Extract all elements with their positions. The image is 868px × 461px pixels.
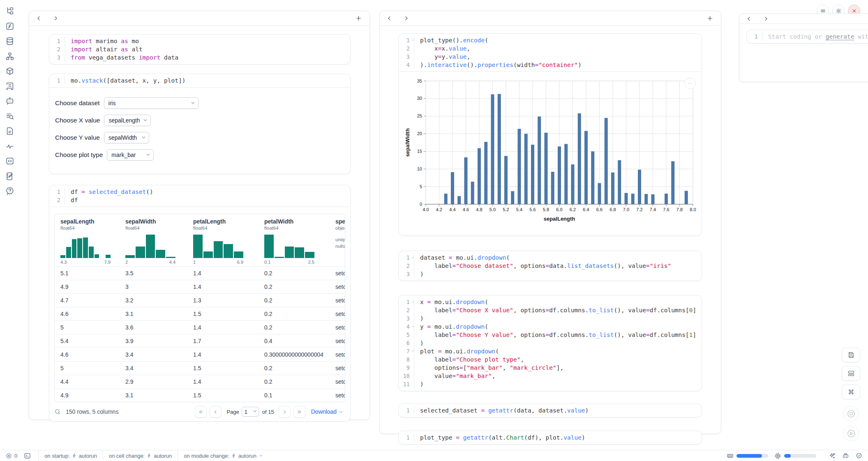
sidebar-file-tree-icon[interactable] <box>5 7 14 16</box>
sidebar-database-icon[interactable] <box>5 37 14 46</box>
code-editor[interactable]: 1⌄dataset = mo.ui.dropdown(2 label="Choo… <box>399 251 702 281</box>
notebook-cell: 1mo.vstack([dataset, x, y, plot])Choose … <box>49 74 351 174</box>
sidebar-activity-icon[interactable] <box>5 142 14 151</box>
svg-text:7.2: 7.2 <box>636 207 642 212</box>
bar <box>644 194 648 204</box>
chart-menu-button[interactable] <box>684 78 696 89</box>
layout-button[interactable] <box>842 366 860 381</box>
bar <box>531 145 534 204</box>
table-cell: 3.1 <box>120 307 187 320</box>
add-cell-button[interactable] <box>355 15 362 22</box>
sidebar-chat-bot-icon[interactable] <box>5 97 14 106</box>
code-line: from vega_datasets import data <box>65 53 350 62</box>
page-total: of 15 <box>262 409 274 415</box>
table-cell: setosa <box>330 307 345 320</box>
notebook-column-middle: 1⌄plot_type().encode(2 x=x.value,3 y=y.v… <box>379 11 721 434</box>
run-config-3[interactable]: on module change:autorun <box>184 453 263 459</box>
fold-chevron-icon[interactable]: ⌄ <box>412 324 414 327</box>
copilot-icon[interactable] <box>842 452 849 459</box>
sidebar-function-square-icon[interactable] <box>5 22 14 31</box>
status-bar: 0 on startup:autorunon cell change:autor… <box>0 450 868 461</box>
choose-y-value-select[interactable]: sepalWidth <box>104 132 149 143</box>
sidebar-package-icon[interactable] <box>5 67 14 76</box>
sidebar-notebook-pen-icon[interactable] <box>5 172 14 181</box>
notebook-column-right: 1 Start coding or generate with AI <box>739 14 868 82</box>
dropdown-row: Choose X valuesepalLength <box>55 115 344 126</box>
choose-x-value-select[interactable]: sepalLength <box>104 115 151 126</box>
dropdown-label: Choose plot type <box>55 151 103 159</box>
bar-chart[interactable]: 4.04.24.44.64.85.05.25.45.65.86.06.26.46… <box>403 74 698 230</box>
code-editor[interactable]: 1plot_type = getattr(alt.Chart(df), plot… <box>399 431 702 444</box>
bar <box>524 134 528 204</box>
sparkles-icon[interactable] <box>829 452 836 459</box>
svg-text:35: 35 <box>417 78 422 83</box>
search-icon[interactable] <box>54 408 61 415</box>
fold-chevron-icon[interactable]: ⌄ <box>412 37 414 41</box>
run-config-1[interactable]: on startup:autorun <box>44 453 97 459</box>
fold-chevron-icon[interactable]: ⌄ <box>412 255 414 258</box>
first-page-button[interactable] <box>195 406 207 418</box>
sidebar-code-block-icon[interactable] <box>5 157 14 166</box>
column-range: 0.12.5 <box>264 260 314 265</box>
stop-button[interactable] <box>843 406 859 422</box>
range-min: 4.3 <box>60 260 67 265</box>
code-editor[interactable]: 1mo.vstack([dataset, x, y, plot]) <box>49 74 350 87</box>
cpu-icon <box>774 452 781 459</box>
run-config-2[interactable]: on cell change:autorun <box>109 453 172 459</box>
floating-actions <box>842 348 861 444</box>
code-editor[interactable]: 1⌄plot_type().encode(2 x=x.value,3 y=y.v… <box>399 34 702 71</box>
sidebar-document-icon[interactable] <box>5 127 14 136</box>
code-editor[interactable]: 1selected_dataset = getattr(data, datase… <box>399 404 702 417</box>
column-name: sepalLength <box>60 218 114 225</box>
fold-chevron-icon[interactable]: ⌄ <box>412 348 414 352</box>
column-next-button[interactable] <box>403 15 409 21</box>
bar <box>625 193 628 204</box>
dropdown-label: Choose Y value <box>55 134 100 141</box>
middle-panel-toolbar <box>380 11 721 26</box>
last-page-button[interactable] <box>293 406 305 418</box>
next-page-button[interactable] <box>279 406 291 418</box>
column-next-button[interactable] <box>763 16 769 22</box>
svg-text:5.2: 5.2 <box>503 207 509 212</box>
column-prev-button[interactable] <box>746 16 752 22</box>
choose-plot-type-select[interactable]: mark_bar <box>107 149 154 161</box>
column-next-button[interactable] <box>53 15 59 21</box>
command-button[interactable] <box>842 385 860 399</box>
sidebar-sitemap-icon[interactable] <box>5 52 14 61</box>
table-cell: 0.2 <box>259 320 330 334</box>
bar <box>498 94 501 204</box>
fold-chevron-icon[interactable]: ⌄ <box>412 299 414 303</box>
line-number: 1 <box>49 76 65 85</box>
sidebar-search-list-icon[interactable] <box>5 112 14 121</box>
choose-dataset-select[interactable]: iris <box>104 97 199 109</box>
code-line: ) <box>414 380 702 388</box>
page-select[interactable]: 1 <box>242 407 259 417</box>
sidebar-scroll-icon[interactable] <box>5 82 14 91</box>
column-prev-button[interactable] <box>36 15 42 21</box>
play-button[interactable] <box>843 426 859 441</box>
code-editor[interactable]: 1df = selected_dataset()2df <box>49 185 350 207</box>
column-type: float64 <box>264 226 324 230</box>
sidebar-help-bubble-icon[interactable] <box>5 187 14 196</box>
bar <box>538 117 541 204</box>
error-counter[interactable]: 0 <box>6 453 17 459</box>
check-circle-icon[interactable] <box>856 452 862 459</box>
code-editor[interactable]: 1import marimo as mo2import altair as al… <box>49 35 350 64</box>
code-editor[interactable]: 1 Start coding or generate with AI <box>747 30 868 43</box>
prev-page-button[interactable] <box>210 406 222 418</box>
table-cell: setosa <box>330 320 345 334</box>
save-button[interactable] <box>842 348 860 362</box>
chevrons-right-icon <box>297 409 302 415</box>
download-button[interactable]: Download <box>311 408 344 415</box>
terminal-icon[interactable] <box>24 452 31 459</box>
bar <box>518 129 521 204</box>
code-editor[interactable]: 1⌄x = mo.ui.dropdown(2 label="Choose X v… <box>399 295 702 391</box>
bar <box>484 142 487 204</box>
column-prev-button[interactable] <box>386 15 392 21</box>
bar <box>491 95 494 204</box>
svg-text:5.6: 5.6 <box>529 207 536 212</box>
cell-placeholder: Start coding or generate with AI <box>762 32 868 41</box>
add-cell-button[interactable] <box>706 15 713 22</box>
svg-text:20: 20 <box>417 131 422 136</box>
hist-bar <box>146 235 155 258</box>
